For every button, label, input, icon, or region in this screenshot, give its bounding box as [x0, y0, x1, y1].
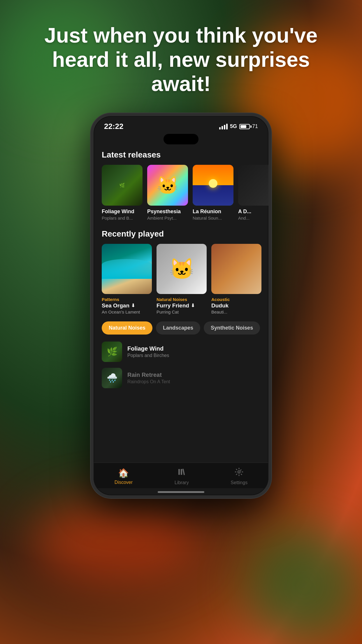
acoustic-thumb-bg [211, 244, 261, 294]
list-subtitle-rain: Raindrops On A Tent [127, 379, 260, 384]
played-category-patterns: Patterns [102, 297, 152, 302]
list-title-rain: Rain Retreat [127, 372, 260, 378]
5g-badge: 5G [230, 123, 237, 130]
played-title-sea-organ: Sea Organ ⬇ [102, 302, 152, 309]
signal-bar-2 [222, 126, 223, 130]
played-card-duduk[interactable]: Acoustic Duduk Beauti... [211, 244, 261, 314]
played-scroll: Patterns Sea Organ ⬇ An Ocean's Lament 🐱… [94, 244, 268, 314]
svg-point-2 [238, 471, 240, 473]
tab-library[interactable]: Library [175, 468, 189, 485]
filter-natural-noises[interactable]: Natural Noises [102, 321, 152, 335]
played-title-furry-friend: Furry Friend ⬇ [157, 302, 207, 309]
tab-bar: 🏠 Discover Library [94, 463, 268, 488]
release-card-reunion[interactable]: La Réunion Natural Soun... [193, 165, 233, 220]
signal-bar-3 [224, 125, 225, 130]
ocean-wave [102, 259, 152, 279]
played-subtitle-furry-friend: Purring Cat [157, 309, 207, 314]
home-indicator [158, 491, 204, 493]
tab-discover-label: Discover [115, 480, 133, 485]
played-title-duduk: Duduk [211, 302, 261, 309]
list-thumb-foliage: 🌿 [102, 342, 122, 362]
filter-landscapes[interactable]: Landscapes [156, 321, 200, 335]
battery-percentage: 71 [252, 123, 258, 130]
signal-bars [219, 124, 228, 130]
release-card-psynesthesia[interactable]: 🐱 Psynesthesia Ambient Psyt... [147, 165, 188, 220]
list-section: 🌿 Foliage Wind Poplars and Birches 🌧️ [94, 342, 268, 388]
played-card-sea-organ[interactable]: Patterns Sea Organ ⬇ An Ocean's Lament [102, 244, 152, 314]
recently-played-title: Recently played [94, 229, 268, 239]
played-subtitle-duduk: Beauti... [211, 309, 261, 314]
phone-content: Latest releases 🌿 Foliage Wind Poplars a… [94, 147, 268, 463]
ocean-thumb-bg [102, 244, 152, 294]
psynesthesia-thumb-bg: 🐱 [147, 165, 188, 206]
battery-body [239, 124, 250, 129]
played-category-natural: Natural Noises [157, 297, 207, 302]
hero-headline: Just when you think you've heard it all,… [0, 23, 362, 96]
svg-rect-1 [181, 469, 182, 475]
list-info-rain: Rain Retreat Raindrops On A Tent [127, 372, 260, 384]
played-title-text-duduk: Duduk [211, 302, 229, 309]
download-icon-sea-organ[interactable]: ⬇ [131, 303, 135, 308]
tab-library-label: Library [175, 480, 189, 485]
tab-settings[interactable]: Settings [231, 468, 247, 485]
list-title-foliage: Foliage Wind [127, 345, 260, 352]
played-thumb-acoustic [211, 244, 261, 294]
played-card-furry-friend[interactable]: 🐱 Natural Noises Furry Friend ⬇ Purring … [157, 244, 207, 314]
sunset-horizon [193, 185, 233, 206]
sunset-sun [209, 179, 217, 188]
releases-scroll: 🌿 Foliage Wind Poplars and B... 🐱 Psynes… [94, 165, 268, 220]
signal-bar-1 [219, 127, 221, 130]
download-icon-furry-friend[interactable]: ⬇ [191, 303, 195, 308]
release-subtitle-dark: And... [238, 216, 268, 220]
release-title-reunion: La Réunion [193, 209, 233, 215]
settings-icon [235, 468, 243, 478]
recently-played-section: Recently played Patterns Sea Organ ⬇ [94, 229, 268, 314]
list-subtitle-foliage: Poplars and Birches [127, 353, 260, 358]
list-item-foliage-wind[interactable]: 🌿 Foliage Wind Poplars and Birches [102, 342, 260, 362]
dark-thumb-bg [238, 165, 268, 206]
battery-fill [240, 125, 246, 128]
release-card-dark[interactable]: A D... And... [238, 165, 268, 220]
library-icon [177, 468, 186, 478]
played-thumb-ocean [102, 244, 152, 294]
release-subtitle-foliage: Poplars and B... [102, 216, 143, 220]
played-title-text-furry-friend: Furry Friend [157, 302, 189, 309]
release-title-foliage: Foliage Wind [102, 209, 143, 215]
foliage-thumb-bg: 🌿 [102, 165, 143, 206]
foliage-leaf-emoji: 🌿 [119, 183, 125, 188]
release-thumb-dark [238, 165, 268, 206]
tab-discover[interactable]: 🏠 Discover [115, 468, 133, 485]
list-info-foliage: Foliage Wind Poplars and Birches [127, 345, 260, 358]
release-subtitle-reunion: Natural Soun... [193, 216, 233, 220]
release-thumb-psynesthesia: 🐱 [147, 165, 188, 206]
release-card-foliage[interactable]: 🌿 Foliage Wind Poplars and B... [102, 165, 143, 220]
list-foliage-emoji: 🌿 [107, 346, 117, 357]
status-bar: 22:22 5G 71 [94, 116, 268, 134]
status-time: 22:22 [104, 122, 124, 131]
filter-synthetic-noises[interactable]: Synthetic Noises [204, 321, 260, 335]
phone-mockup: 22:22 5G 71 [91, 113, 271, 498]
phone-frame: 22:22 5G 71 [91, 113, 271, 498]
release-title-dark: A D... [238, 209, 268, 215]
played-title-text-sea-organ: Sea Organ [102, 302, 129, 309]
latest-releases-section: Latest releases 🌿 Foliage Wind Poplars a… [94, 150, 268, 220]
battery: 71 [239, 123, 258, 130]
release-title-psynesthesia: Psynesthesia [147, 209, 188, 215]
filter-pills: Natural Noises Landscapes Synthetic Nois… [94, 321, 268, 335]
release-thumb-foliage: 🌿 [102, 165, 143, 206]
cat-thumb-bg: 🐱 [157, 244, 207, 294]
battery-tip [250, 125, 252, 128]
bg-blob-3 [29, 498, 204, 586]
played-thumb-cat: 🐱 [157, 244, 207, 294]
list-thumb-rain: 🌧️ [102, 368, 122, 388]
list-item-rain-retreat[interactable]: 🌧️ Rain Retreat Raindrops On A Tent [102, 368, 260, 388]
signal-bar-4 [226, 124, 228, 130]
bg-blob-4 [245, 527, 362, 644]
sunset-thumb-bg [193, 165, 233, 206]
tab-settings-label: Settings [231, 480, 247, 485]
list-rain-bg: 🌧️ [102, 368, 122, 388]
played-subtitle-sea-organ: An Ocean's Lament [102, 309, 152, 314]
latest-releases-title: Latest releases [94, 150, 268, 160]
status-icons: 5G 71 [219, 123, 258, 130]
list-rain-emoji: 🌧️ [107, 373, 117, 383]
